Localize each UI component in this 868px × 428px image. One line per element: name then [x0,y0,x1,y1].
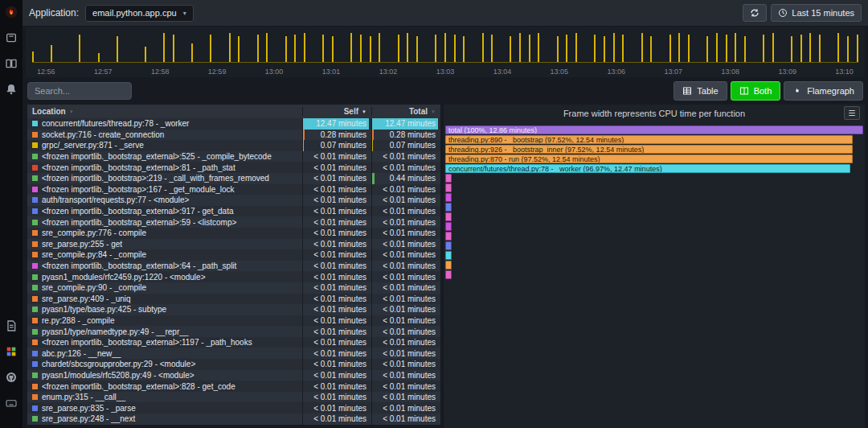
table-row[interactable]: sre_parse.py:255 - get< 0.01 minutes< 0.… [27,239,440,250]
total-cell-value: < 0.01 minutes [383,216,436,228]
view-button-table[interactable]: Table [674,81,727,101]
flamegraph-narrow-frame[interactable] [445,232,452,241]
table-row[interactable]: sre_compile.py:776 - compile< 0.01 minut… [27,228,440,239]
flamegraph-frame[interactable]: threading.py:890 - _bootstrap (97.52%, 1… [445,135,853,144]
total-cell-bar [372,130,374,141]
location-cell: re.py:288 - _compile [27,315,302,327]
view-button-both[interactable]: Both [731,81,781,101]
table-row[interactable]: pyasn1/type/base.py:425 - subtype< 0.01 … [27,304,440,315]
flamegraph-narrow-frame[interactable] [445,193,452,202]
function-color-swatch [32,351,38,356]
timeline-bar [51,45,52,62]
table-row[interactable]: sre_parse.py:409 - _uniq< 0.01 minutes< … [27,294,440,305]
table-row[interactable]: <frozen importlib._bootstrap_external>:5… [27,151,440,163]
flamegraph-narrow-frame[interactable] [445,183,452,192]
flamegraph-narrow-frame[interactable] [445,241,452,250]
location-cell: sre_parse.py:255 - get [27,239,302,250]
plugins-icon[interactable] [4,344,18,359]
flamegraph-narrow-frame[interactable] [445,203,452,212]
github-icon[interactable] [4,370,18,385]
location-text: pyasn1_modules/rfc2459.py:1220 - <module… [42,273,205,282]
table-row[interactable]: <frozen importlib._bootstrap_external>:5… [27,216,440,228]
flamegraph-narrow-frame[interactable] [445,174,452,183]
single-view-icon[interactable] [4,31,18,45]
total-cell: < 0.01 minutes [371,294,440,305]
application-select[interactable]: email.python.app.cpu ▾ [85,5,194,22]
total-cell-value: < 0.01 minutes [383,162,436,173]
docs-icon[interactable] [4,319,18,333]
table-row[interactable]: <frozen importlib._bootstrap_external>:8… [27,162,440,173]
flamegraph-narrow-frame[interactable] [445,222,452,231]
table-row[interactable]: pyasn1/modules/rfc5208.py:49 - <module><… [27,370,440,381]
function-color-swatch [32,165,38,171]
search-input[interactable] [27,82,132,100]
timeline-bar [379,33,380,62]
location-cell: sre_compile.py:84 - _compile [27,249,302,261]
table-row[interactable]: <frozen importlib._bootstrap_external>:9… [27,206,440,217]
table-row[interactable]: <frozen importlib._bootstrap_external>:8… [27,381,440,392]
keyboard-shortcuts-icon[interactable] [4,396,18,410]
flamegraph-frame[interactable]: total (100%, 12.86 minutes) [445,126,863,134]
refresh-button[interactable] [743,4,767,22]
comparison-view-icon[interactable] [4,56,18,71]
self-cell: 0.28 minutes [302,130,371,141]
view-button-flamegraph[interactable]: Flamegraph [784,81,863,101]
table-row[interactable]: <frozen importlib._bootstrap_external>:6… [27,261,440,272]
table-row[interactable]: sre_compile.py:90 - _compile< 0.01 minut… [27,282,440,294]
column-header-self[interactable]: Self [302,107,371,116]
location-text: <frozen importlib._bootstrap>:167 - _get… [42,185,235,194]
table-row[interactable]: <frozen importlib._bootstrap>:219 - _cal… [27,173,440,184]
pyroscope-logo[interactable] [4,5,18,19]
table-row[interactable]: <frozen importlib._bootstrap>:167 - _get… [27,184,440,195]
total-cell-value: < 0.01 minutes [383,195,436,206]
timeline-bar [678,33,680,62]
table-header: Location Self Total [27,105,440,118]
location-cell: <frozen importlib._bootstrap_external>:5… [27,216,302,228]
column-header-total[interactable]: Total [371,107,440,116]
self-cell-bar [303,130,305,141]
self-cell-value: < 0.01 minutes [313,261,366,272]
location-text: sre_compile.py:84 - _compile [42,250,146,259]
self-cell: < 0.01 minutes [302,184,371,195]
flamegraph-frame[interactable]: threading.py:870 - run (97.52%, 12.54 mi… [445,154,853,163]
table-row[interactable]: <frozen importlib._bootstrap_external>:1… [27,337,440,348]
table-row[interactable]: sre_parse.py:835 - _parse< 0.01 minutes<… [27,402,440,414]
flamegraph-frame[interactable]: threading.py:926 - _bootstrap_inner (97.… [445,145,853,154]
table-row[interactable]: enum.py:315 - __call__< 0.01 minutes< 0.… [27,392,440,403]
timeline-bar [575,33,577,62]
total-cell-value: < 0.01 minutes [383,402,436,414]
table-row[interactable]: auth/transport/requests.py:77 - <module>… [27,195,440,206]
flamegraph-frame[interactable]: concurrent/futures/thread.py:78 - _worke… [445,164,850,173]
table-row[interactable]: grpc/_server.py:871 - _serve0.07 minutes… [27,140,440,151]
flamegraph-narrow-frame[interactable] [445,251,452,260]
total-cell: < 0.01 minutes [371,337,440,348]
timeline-bar [566,35,567,62]
table-row[interactable]: concurrent/futures/thread.py:78 - _worke… [27,118,440,130]
table-row[interactable]: socket.py:716 - create_connection0.28 mi… [27,130,440,141]
table-row[interactable]: sre_parse.py:248 - __next< 0.01 minutes<… [27,414,440,425]
application-select-value: email.python.app.cpu [92,8,177,18]
table-row[interactable]: chardet/sbcsgroupprober.py:29 - <module>… [27,359,440,370]
table-row[interactable]: abc.py:126 - __new__< 0.01 minutes< 0.01… [27,348,440,359]
timeline-bar [463,36,465,62]
alerts-bell-icon[interactable] [4,82,18,97]
timeline-bar [613,33,615,62]
column-header-location[interactable]: Location [27,107,302,116]
table-row[interactable]: re.py:288 - _compile< 0.01 minutes< 0.01… [27,315,440,327]
table-row[interactable]: pyasn1_modules/rfc2459.py:1220 - <module… [27,271,440,282]
self-cell-value: < 0.01 minutes [313,184,366,195]
time-range-button[interactable]: Last 15 minutes [771,4,862,22]
table-row[interactable]: pyasn1/type/namedtype.py:49 - __repr__< … [27,326,440,337]
flamegraph-narrow-frame[interactable] [445,212,452,221]
function-color-swatch [32,252,38,257]
flamegraph-narrow-frame[interactable] [445,261,452,270]
location-text: chardet/sbcsgroupprober.py:29 - <module> [42,360,195,368]
hamburger-menu-icon[interactable]: ☰ [844,106,860,120]
function-color-swatch [32,175,38,181]
total-cell: < 0.01 minutes [371,249,440,261]
timeline-chart[interactable]: 12:5612:5712:5812:5913:0013:0113:0213:03… [26,27,865,77]
timeline-tick-label: 12:59 [208,68,227,76]
table-row[interactable]: sre_compile.py:84 - _compile< 0.01 minut… [27,249,440,261]
function-color-swatch [32,132,38,138]
flamegraph-narrow-frame[interactable] [445,270,452,279]
